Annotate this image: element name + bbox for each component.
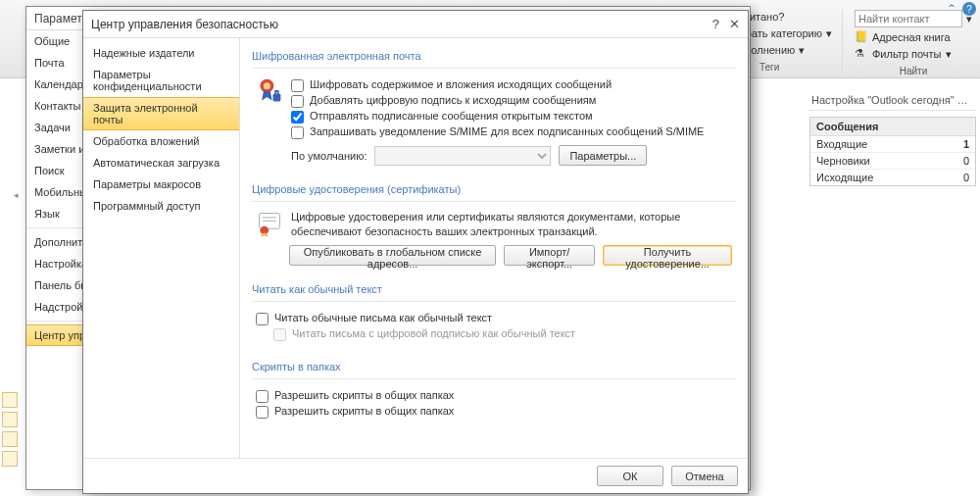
- encrypt-option-label: Шифровать содержимое и вложения исходящи…: [310, 78, 612, 90]
- scripts-option-row[interactable]: Разрешить скрипты в общих папках: [256, 405, 732, 419]
- group-certificates: Цифровые удостоверения (сертификаты) Циф…: [252, 179, 736, 270]
- filter-icon: ⚗: [855, 47, 868, 61]
- allow-scripts-shared-checkbox-2[interactable]: [256, 406, 269, 419]
- trust-nav-item[interactable]: Программный доступ: [83, 195, 239, 217]
- trust-center-titlebar: Центр управления безопасностью ? ✕: [83, 11, 748, 38]
- dialog-help-icon[interactable]: ?: [712, 17, 719, 31]
- scripts-option-row[interactable]: Разрешить скрипты в общих папках: [256, 389, 732, 403]
- ok-button[interactable]: ОК: [597, 466, 663, 486]
- group-plain-text: Читать как обычный текст Читать обычные …: [252, 279, 736, 347]
- default-setting-select[interactable]: [374, 146, 551, 166]
- today-messages-section: Сообщения Входящие 1 Черновики 0 Исходящ…: [809, 117, 976, 186]
- scripts-option-label: Разрешить скрипты в общих папках: [274, 389, 454, 401]
- ribbon-mail-filter-label: Фильтр почты: [872, 48, 942, 60]
- cancel-button[interactable]: Отмена: [671, 466, 738, 486]
- window-help-icons: ⌃ ?: [947, 2, 976, 16]
- chevron-down-icon: ▾: [826, 27, 832, 40]
- scripts-option-label: Разрешить скрипты в общих папках: [274, 405, 454, 417]
- chevron-down-icon: ▾: [799, 44, 805, 57]
- trust-center-footer: ОК Отмена: [83, 458, 748, 493]
- rail-icon-contacts[interactable]: [2, 431, 18, 447]
- svg-point-1: [264, 82, 270, 89]
- outlook-today-pane: Настройка "Outlook сегодня" … Сообщения …: [809, 90, 976, 186]
- min-ribbon-icon[interactable]: ⌃: [947, 2, 956, 16]
- today-section-header: Сообщения: [810, 118, 975, 136]
- plain-text-option-row-disabled: Читать письма с цифровой подписью как об…: [273, 327, 732, 341]
- today-row-label: Исходящие: [816, 172, 873, 183]
- today-title[interactable]: Настройка "Outlook сегодня" …: [809, 90, 976, 111]
- publish-gal-button[interactable]: Опубликовать в глобальном списке адресов…: [289, 245, 496, 266]
- ribbon-address-book-label: Адресная книга: [872, 31, 951, 43]
- trust-center-dialog: Центр управления безопасностью ? ✕ Надеж…: [82, 10, 749, 494]
- plaintext-option-label: Читать письма с цифровой подписью как об…: [292, 327, 575, 339]
- rail-icon-mail[interactable]: [2, 392, 18, 408]
- read-plain-checkbox[interactable]: [256, 313, 269, 325]
- trust-nav-item[interactable]: Защита электронной почты: [83, 97, 239, 130]
- encrypted-params-button[interactable]: Параметры...: [559, 145, 647, 166]
- encrypt-option-row[interactable]: Добавлять цифровую подпись к исходящим с…: [291, 94, 732, 108]
- allow-scripts-shared-checkbox[interactable]: [256, 390, 269, 403]
- trust-nav-item[interactable]: Обработка вложений: [83, 130, 239, 152]
- encrypt-contents-checkbox[interactable]: [291, 79, 304, 92]
- today-row-value: 0: [963, 172, 969, 183]
- encrypt-option-row[interactable]: Отправлять подписанные сообщения открыты…: [291, 110, 732, 124]
- today-row-value: 0: [963, 155, 969, 167]
- default-setting-label: По умолчанию:: [291, 150, 367, 162]
- certificate-ribbon-icon: [256, 76, 283, 104]
- dialog-close-icon[interactable]: ✕: [729, 17, 740, 31]
- encrypt-option-label: Запрашивать уведомление S/MIME для всех …: [310, 125, 704, 137]
- send-cleartext-checkbox[interactable]: [291, 111, 304, 124]
- group-encrypted-mail: Шифрованная электронная почта Шифровать …: [252, 46, 736, 170]
- plain-text-option-row[interactable]: Читать обычные письма как обычный текст: [256, 312, 732, 325]
- today-row-label: Входящие: [816, 138, 867, 150]
- group-title: Шифрованная электронная почта: [252, 46, 736, 69]
- group-folder-scripts: Скрипты в папках Разрешить скрипты в общ…: [252, 357, 736, 424]
- trust-nav-item[interactable]: Надежные издатели: [83, 42, 239, 64]
- group-title: Цифровые удостоверения (сертификаты): [252, 179, 736, 202]
- add-signature-checkbox[interactable]: [291, 95, 304, 108]
- trust-nav-item[interactable]: Параметры конфиденциальности: [83, 64, 239, 97]
- plaintext-option-label: Читать обычные письма как обычный текст: [274, 312, 492, 323]
- encrypt-option-row[interactable]: Запрашивать уведомление S/MIME для всех …: [291, 125, 732, 139]
- trust-nav-item[interactable]: Автоматическая загрузка: [83, 152, 239, 174]
- ribbon-group-find: Найти: [855, 66, 972, 76]
- today-row-value: 1: [963, 138, 969, 150]
- left-rail: [2, 392, 20, 467]
- group-title: Читать как обычный текст: [252, 279, 736, 302]
- svg-rect-3: [275, 91, 278, 95]
- trust-center-title: Центр управления безопасностью: [91, 18, 278, 31]
- ribbon-address-book[interactable]: 📒Адресная книга: [855, 30, 972, 44]
- address-book-icon: 📒: [855, 30, 868, 44]
- encrypt-option-label: Отправлять подписанные сообщения открыты…: [310, 110, 593, 122]
- today-row-outbox[interactable]: Исходящие 0: [810, 170, 975, 185]
- rail-icon-tasks[interactable]: [2, 451, 18, 467]
- group-title: Скрипты в папках: [252, 357, 736, 379]
- certificates-description: Цифровые удостоверения или сертификаты я…: [291, 210, 732, 239]
- trust-nav-item[interactable]: Параметры макросов: [83, 174, 239, 195]
- get-certificate-button[interactable]: Получить удостоверение...: [603, 245, 732, 266]
- rail-icon-calendar[interactable]: [2, 412, 18, 427]
- help-icon[interactable]: ?: [962, 2, 976, 16]
- smime-receipt-checkbox[interactable]: [291, 126, 304, 139]
- ribbon-mail-filter[interactable]: ⚗Фильтр почты ▾: [855, 47, 972, 61]
- import-export-button[interactable]: Импорт/экспорт...: [504, 245, 595, 266]
- collapse-arrow-2[interactable]: ◂: [14, 190, 19, 200]
- chevron-down-icon: ▾: [946, 48, 952, 61]
- today-row-label: Черновики: [816, 155, 870, 167]
- today-row-drafts[interactable]: Черновики 0: [810, 153, 975, 170]
- today-row-inbox[interactable]: Входящие 1: [810, 136, 975, 153]
- trust-center-content: Шифрованная электронная почта Шифровать …: [240, 38, 748, 458]
- encrypt-option-label: Добавлять цифровую подпись к исходящим с…: [310, 94, 596, 106]
- read-signed-plain-checkbox: [273, 328, 286, 341]
- trust-center-nav: Надежные издателиПараметры конфиденциаль…: [83, 38, 240, 458]
- certificate-doc-icon: [256, 210, 283, 237]
- encrypt-option-row[interactable]: Шифровать содержимое и вложения исходящи…: [291, 78, 732, 92]
